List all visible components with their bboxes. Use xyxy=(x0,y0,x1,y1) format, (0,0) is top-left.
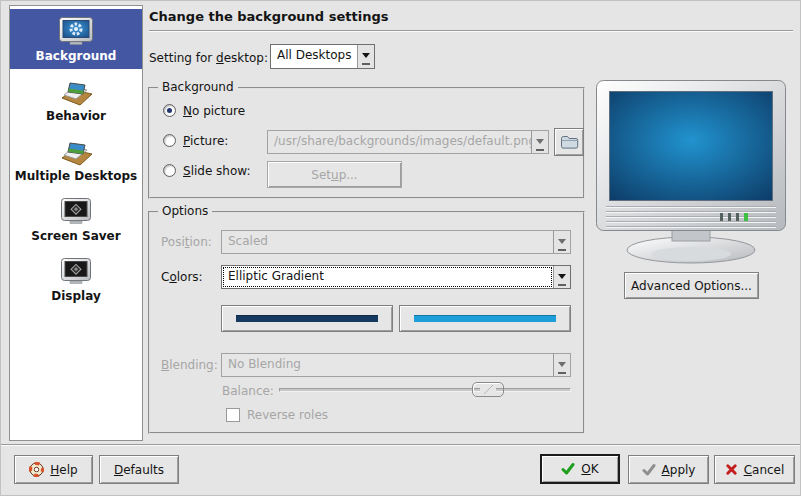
colors-label: Colors: xyxy=(161,270,203,284)
sidebar-item-screen-saver[interactable]: Screen Saver xyxy=(10,189,142,249)
desktop-selector-value: All Desktops xyxy=(271,45,357,68)
browse-picture-button[interactable] xyxy=(554,128,584,156)
balance-slider-track[interactable] xyxy=(279,388,571,392)
balance-slider-handle[interactable] xyxy=(472,382,504,397)
dark-monitor-icon xyxy=(58,256,94,286)
defaults-button[interactable]: Defaults xyxy=(99,455,179,484)
position-value: Scaled xyxy=(222,231,553,253)
position-label: Position: xyxy=(161,235,212,249)
ok-button[interactable]: OK xyxy=(540,454,620,484)
desktop-selector-label: Setting for desktop: xyxy=(149,51,268,65)
title-separator xyxy=(149,30,793,32)
picture-path-value: /usr/share/backgrounds/images/default.pn… xyxy=(268,131,531,153)
color2-button[interactable] xyxy=(399,305,571,332)
color2-swatch xyxy=(414,315,556,322)
balance-slider xyxy=(279,382,571,398)
life-ring-icon xyxy=(29,462,44,477)
cancel-button[interactable]: Cancel xyxy=(714,455,795,484)
desktop-selector-combobox[interactable]: All Desktops xyxy=(270,44,375,69)
sidebar-item-label: Background xyxy=(36,49,117,63)
gray-check-icon xyxy=(642,463,656,477)
chevron-down-icon[interactable] xyxy=(357,45,374,68)
help-button[interactable]: Help xyxy=(14,455,93,484)
sidebar-item-behavior[interactable]: Behavior xyxy=(10,69,142,129)
sidebar-item-label: Behavior xyxy=(46,109,106,123)
sidebar-item-label: Display xyxy=(51,289,100,303)
background-group-legend: Background xyxy=(158,80,238,94)
chevron-down-icon[interactable] xyxy=(553,231,570,253)
chevron-down-icon[interactable] xyxy=(553,354,570,376)
chevron-down-icon[interactable] xyxy=(553,266,570,288)
colors-combobox[interactable]: Elliptic Gradient xyxy=(221,265,571,289)
background-preview-monitor xyxy=(596,79,786,265)
desktop-papers-icon xyxy=(58,76,94,106)
chevron-down-icon[interactable] xyxy=(531,131,548,153)
advanced-options-button[interactable]: Advanced Options... xyxy=(624,272,759,299)
slide-show-radio[interactable] xyxy=(163,164,176,177)
blending-value: No Blending xyxy=(222,354,553,376)
colors-value: Elliptic Gradient xyxy=(222,266,553,288)
folder-icon xyxy=(560,135,579,150)
background-monitor-icon xyxy=(58,16,94,46)
apply-button[interactable]: Apply xyxy=(628,455,709,484)
color1-button[interactable] xyxy=(221,305,393,332)
red-x-icon xyxy=(725,463,738,476)
sidebar-item-display[interactable]: Display xyxy=(10,249,142,309)
options-group-legend: Options xyxy=(158,204,212,218)
blending-label: Blending: xyxy=(161,358,218,372)
position-combobox[interactable]: Scaled xyxy=(221,230,571,254)
no-picture-radio[interactable] xyxy=(163,104,176,117)
sidebar-item-label: Screen Saver xyxy=(31,229,120,243)
reverse-roles-label: Reverse roles xyxy=(247,408,328,422)
green-check-icon xyxy=(561,462,575,476)
background-settings-dialog: { "header": { "title": "Change the backg… xyxy=(0,0,801,496)
dark-monitor-icon xyxy=(58,196,94,226)
balance-label: Balance: xyxy=(222,384,274,398)
reverse-roles-checkbox[interactable] xyxy=(226,408,240,422)
slide-show-label: Slide show: xyxy=(183,164,251,178)
picture-path-combobox[interactable]: /usr/share/backgrounds/images/default.pn… xyxy=(267,130,549,154)
blending-combobox[interactable]: No Blending xyxy=(221,353,571,377)
footer-separator xyxy=(1,444,801,446)
color1-swatch xyxy=(236,315,378,322)
picture-radio[interactable] xyxy=(163,134,176,147)
no-picture-label: No picture xyxy=(183,104,245,118)
sidebar-item-background[interactable]: Background xyxy=(10,9,142,69)
sidebar-item-multiple-desktops[interactable]: Multiple Desktops xyxy=(10,129,142,189)
desktop-papers-icon xyxy=(58,136,94,166)
picture-label: Picture: xyxy=(183,134,228,148)
page-title: Change the background settings xyxy=(149,9,388,24)
slideshow-setup-button[interactable]: Setup... xyxy=(267,161,402,188)
module-sidebar: Background Behavior Multiple Desktops xyxy=(9,5,143,441)
sidebar-item-label: Multiple Desktops xyxy=(15,169,137,183)
